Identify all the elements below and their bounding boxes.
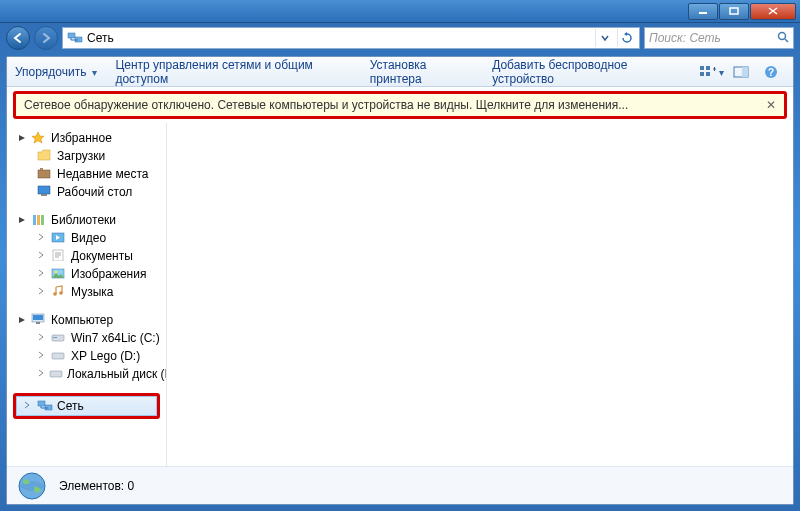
svg-rect-13 bbox=[38, 170, 50, 178]
organize-label: Упорядочить bbox=[15, 65, 86, 79]
window-close-button[interactable] bbox=[750, 3, 796, 20]
svg-rect-7 bbox=[700, 72, 704, 76]
toolbar-views-button[interactable] bbox=[697, 61, 725, 83]
tree-item-label: XP Lego (D:) bbox=[71, 349, 140, 363]
forward-icon bbox=[40, 32, 52, 44]
drive-icon bbox=[51, 349, 67, 363]
tree-header-computer[interactable]: Компьютер bbox=[7, 311, 166, 329]
tree-item-label: Видео bbox=[71, 231, 106, 245]
tree-item-label: Локальный диск (I bbox=[67, 367, 167, 381]
toolbar-help-button[interactable]: ? bbox=[757, 61, 785, 83]
address-bar[interactable]: Сеть bbox=[62, 27, 640, 49]
toolbar-preview-pane-button[interactable] bbox=[727, 61, 755, 83]
window-minimize-button[interactable] bbox=[688, 3, 718, 20]
search-icon bbox=[777, 31, 789, 46]
svg-rect-6 bbox=[706, 66, 710, 70]
collapse-arrow-icon bbox=[37, 233, 47, 243]
svg-rect-27 bbox=[33, 315, 43, 320]
tree-header-libraries[interactable]: Библиотеки bbox=[7, 211, 166, 229]
recent-places-icon bbox=[37, 167, 53, 181]
content-pane[interactable] bbox=[167, 123, 793, 466]
nav-back-button[interactable] bbox=[6, 26, 30, 50]
views-icon bbox=[699, 65, 717, 79]
svg-rect-5 bbox=[700, 66, 704, 70]
svg-rect-10 bbox=[742, 67, 748, 77]
window-maximize-button[interactable] bbox=[719, 3, 749, 20]
tree-item-drive-d[interactable]: XP Lego (D:) bbox=[7, 347, 166, 365]
computer-icon bbox=[31, 313, 47, 327]
collapse-arrow-icon bbox=[37, 269, 47, 279]
tree-item-desktop[interactable]: Рабочий стол bbox=[7, 183, 166, 201]
tree-item-network[interactable]: Сеть bbox=[16, 396, 157, 416]
favorites-label: Избранное bbox=[51, 131, 112, 145]
organize-menu[interactable]: Упорядочить bbox=[15, 65, 97, 79]
tree-item-recent[interactable]: Недавние места bbox=[7, 165, 166, 183]
globe-icon bbox=[17, 471, 47, 501]
refresh-icon bbox=[621, 32, 633, 44]
collapse-arrow-icon bbox=[37, 369, 45, 379]
tree-item-pictures[interactable]: Изображения bbox=[7, 265, 166, 283]
video-library-icon bbox=[51, 231, 67, 245]
svg-rect-32 bbox=[50, 371, 62, 377]
search-box[interactable]: Поиск: Сеть bbox=[644, 27, 794, 49]
svg-rect-15 bbox=[38, 186, 50, 194]
status-bar: Элементов: 0 bbox=[7, 466, 793, 504]
preview-pane-icon bbox=[733, 66, 749, 78]
svg-rect-1 bbox=[730, 8, 738, 14]
notice-bar[interactable]: Сетевое обнаружение отключено. Сетевые к… bbox=[16, 94, 784, 116]
navigation-pane[interactable]: Избранное Загрузки Недавние места Рабочи… bbox=[7, 123, 167, 466]
tree-item-label: Загрузки bbox=[57, 149, 105, 163]
tree-item-downloads[interactable]: Загрузки bbox=[7, 147, 166, 165]
status-text: Элементов: 0 bbox=[59, 479, 134, 493]
maximize-icon bbox=[729, 7, 739, 15]
collapse-arrow-icon bbox=[37, 287, 47, 297]
chevron-down-icon bbox=[600, 33, 610, 43]
folder-icon bbox=[37, 149, 53, 163]
computer-label: Компьютер bbox=[51, 313, 113, 327]
network-item-highlight: Сеть bbox=[13, 393, 160, 419]
library-icon bbox=[31, 213, 47, 227]
svg-rect-31 bbox=[52, 353, 64, 359]
back-icon bbox=[12, 32, 24, 44]
window-title-bar bbox=[0, 0, 800, 23]
expand-arrow-icon bbox=[17, 133, 27, 143]
search-placeholder: Поиск: Сеть bbox=[649, 31, 721, 45]
svg-rect-14 bbox=[40, 168, 43, 170]
toolbar-item-add-wireless[interactable]: Добавить беспроводное устройство bbox=[492, 58, 679, 86]
nav-forward-button[interactable] bbox=[34, 26, 58, 50]
notice-close-button[interactable]: ✕ bbox=[766, 98, 776, 112]
svg-rect-28 bbox=[36, 322, 40, 324]
navigation-row: Сеть Поиск: Сеть bbox=[0, 23, 800, 53]
tree-item-music[interactable]: Музыка bbox=[7, 283, 166, 301]
collapse-arrow-icon bbox=[23, 401, 33, 411]
tree-item-videos[interactable]: Видео bbox=[7, 229, 166, 247]
network-icon bbox=[37, 399, 53, 413]
expand-arrow-icon bbox=[17, 315, 27, 325]
tree-item-label: Документы bbox=[71, 249, 133, 263]
chevron-down-icon bbox=[717, 65, 724, 79]
star-icon bbox=[31, 131, 47, 145]
documents-library-icon bbox=[51, 249, 67, 263]
svg-text:?: ? bbox=[768, 67, 774, 78]
tree-item-drive-c[interactable]: Win7 x64Lic (C:) bbox=[7, 329, 166, 347]
svg-rect-17 bbox=[33, 215, 36, 225]
minimize-icon bbox=[698, 7, 708, 15]
network-icon bbox=[67, 31, 83, 45]
svg-point-24 bbox=[53, 292, 57, 296]
tree-item-label: Win7 x64Lic (C:) bbox=[71, 331, 160, 345]
toolbar-item-install-printer[interactable]: Установка принтера bbox=[370, 58, 474, 86]
svg-rect-33 bbox=[38, 401, 45, 406]
tree-header-favorites[interactable]: Избранное bbox=[7, 129, 166, 147]
tree-group-libraries: Библиотеки Видео Документы Изображения bbox=[7, 211, 166, 301]
tree-item-drive-local[interactable]: Локальный диск (I bbox=[7, 365, 166, 383]
chevron-down-icon bbox=[90, 65, 97, 79]
pictures-library-icon bbox=[51, 267, 67, 281]
address-dropdown-button[interactable] bbox=[595, 29, 613, 47]
tree-item-label: Рабочий стол bbox=[57, 185, 132, 199]
disk-icon bbox=[51, 331, 67, 345]
tree-item-documents[interactable]: Документы bbox=[7, 247, 166, 265]
tree-group-favorites: Избранное Загрузки Недавние места Рабочи… bbox=[7, 129, 166, 201]
tree-item-label: Музыка bbox=[71, 285, 113, 299]
refresh-button[interactable] bbox=[617, 29, 635, 47]
toolbar-item-network-center[interactable]: Центр управления сетями и общим доступом bbox=[115, 58, 351, 86]
